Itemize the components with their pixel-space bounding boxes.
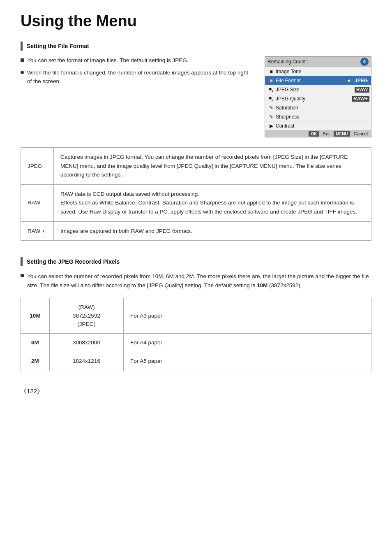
format-row-jpeg: JPEG Captures images in JPEG format. You… [21, 148, 371, 185]
menu-button-label[interactable]: MENU [334, 131, 350, 137]
cam-sharpness-label: Sharpness [276, 114, 369, 120]
cam-row-sharpness[interactable]: ✎ Sharpness [265, 112, 371, 121]
pen-icon-2: ✎ [267, 114, 276, 120]
ok-button-label[interactable]: OK [309, 131, 319, 137]
format-desc-rawplus: Images are captured in both RAW and JPEG… [54, 221, 371, 241]
cam-row-file-format[interactable]: ■ File Format ◄ JPEG [265, 76, 371, 85]
format-row-raw: RAW RAW data is CCD output data saved wi… [21, 184, 371, 221]
section1-header: Setting the File Format [21, 42, 371, 51]
cam-saturation-label: Saturation [276, 105, 369, 111]
bullet-square-icon [21, 58, 24, 62]
section2-bullet-square [21, 274, 24, 277]
format-label-jpeg: JPEG [21, 148, 54, 185]
cam-jpeg-size-value: RAW [355, 87, 369, 93]
camera-menu-footer: OK : Set MENU : Cancel [265, 130, 371, 137]
ok-text: : Set [319, 131, 330, 136]
cam-contrast-label: Contrast [276, 123, 369, 129]
format-label-rawplus: RAW + [21, 221, 54, 241]
pixels-row-6m: 6M 3008x2000 For A4 paper [21, 334, 371, 352]
pixels-size-6m: 6M [21, 334, 50, 352]
cam-jpeg-quality-label: JPEG Quality [276, 96, 350, 102]
pen-icon: ✎ [267, 105, 276, 111]
section1-bullets: You can set the format of image files. T… [21, 56, 252, 137]
bullet-2: When the file format is changed, the num… [21, 69, 252, 86]
pixels-paper-10m: For A3 paper [124, 298, 371, 334]
cam-row-saturation[interactable]: ✎ Saturation [265, 103, 371, 112]
pixels-paper-6m: For A4 paper [124, 334, 371, 352]
pixels-res-10m: (RAW) 3872x2592 (JPEG) [50, 298, 124, 334]
pixels-res-10m-value: 3872x2592 [73, 313, 100, 319]
format-desc-jpeg: Captures images in JPEG format. You can … [54, 148, 371, 185]
format-desc-raw: RAW data is CCD output data saved withou… [54, 184, 371, 221]
triangle-icon: ▶ [267, 123, 276, 129]
camera-icon: ■ [267, 69, 276, 74]
camera-menu: Remaining Count : 6 ■ Image Tone ■ File … [265, 56, 371, 137]
section2-bold: 10M [257, 282, 267, 288]
format-label-raw: RAW [21, 184, 54, 221]
pixels-res-6m: 3008x2000 [50, 334, 124, 352]
camera-icon-2: ■ [267, 78, 276, 84]
section2-intro: You can select the number of recorded pi… [27, 272, 371, 290]
remaining-label: Remaining Count : [267, 59, 308, 65]
section2-bar [21, 257, 23, 266]
person2-icon: ■2 [267, 95, 276, 102]
cam-image-tone-label: Image Tone [276, 69, 369, 74]
person1-icon: ■1 [267, 86, 276, 93]
cam-file-format-label: File Format [276, 78, 346, 84]
page-title: Using the Menu [21, 12, 371, 30]
section2-title: Setting the JPEG Recorded Pixels [27, 258, 120, 265]
cam-row-jpeg-size[interactable]: ■1 JPEG Size RAW [265, 85, 371, 94]
cam-row-contrast[interactable]: ▶ Contrast [265, 121, 371, 130]
format-table: JPEG Captures images in JPEG format. You… [21, 147, 371, 241]
pixels-row-2m: 2M 1824x1216 For A5 paper [21, 352, 371, 371]
cam-row-image-tone: ■ Image Tone [265, 67, 371, 76]
cam-menu-btn: MENU : Cancel [334, 131, 368, 136]
pixels-jpeg-label: (JPEG) [77, 321, 95, 327]
format-row-rawplus: RAW + Images are captured in both RAW an… [21, 221, 371, 241]
remaining-count: 6 [360, 58, 369, 66]
cam-ok-btn: OK : Set [309, 131, 330, 136]
pixels-paper-2m: For A5 paper [124, 352, 371, 371]
cam-jpeg-quality-value: RAW+ [352, 96, 369, 102]
cam-row-jpeg-quality[interactable]: ■2 JPEG Quality RAW+ [265, 94, 371, 103]
camera-menu-top: Remaining Count : 6 [265, 57, 371, 67]
menu-text: : Cancel [350, 131, 368, 136]
cam-jpeg-size-label: JPEG Size [276, 87, 353, 93]
section1-title: Setting the File Format [27, 43, 89, 49]
bullet-circle-icon [21, 71, 24, 74]
section2-header: Setting the JPEG Recorded Pixels [21, 257, 371, 266]
page-number: 《122》 [21, 388, 371, 395]
pixels-raw-label: (RAW) [78, 304, 95, 310]
section2-intro-bullet: You can select the number of recorded pi… [21, 272, 371, 291]
cam-file-format-value: JPEG [353, 78, 369, 84]
pixels-table: 10M (RAW) 3872x2592 (JPEG) For A3 paper … [21, 298, 371, 371]
pixels-row-10m: 10M (RAW) 3872x2592 (JPEG) For A3 paper [21, 298, 371, 334]
pixels-res-2m: 1824x1216 [50, 352, 124, 371]
pixels-size-10m: 10M [21, 298, 50, 334]
section1-bar [21, 42, 23, 51]
cam-arrow-icon: ◄ [346, 78, 350, 83]
bullet-1-text: You can set the format of image files. T… [27, 56, 188, 65]
pixels-size-2m: 2M [21, 352, 50, 371]
bullet-1: You can set the format of image files. T… [21, 56, 252, 65]
bullet-2-text: When the file format is changed, the num… [27, 69, 252, 86]
section1-content: You can set the format of image files. T… [21, 56, 371, 137]
